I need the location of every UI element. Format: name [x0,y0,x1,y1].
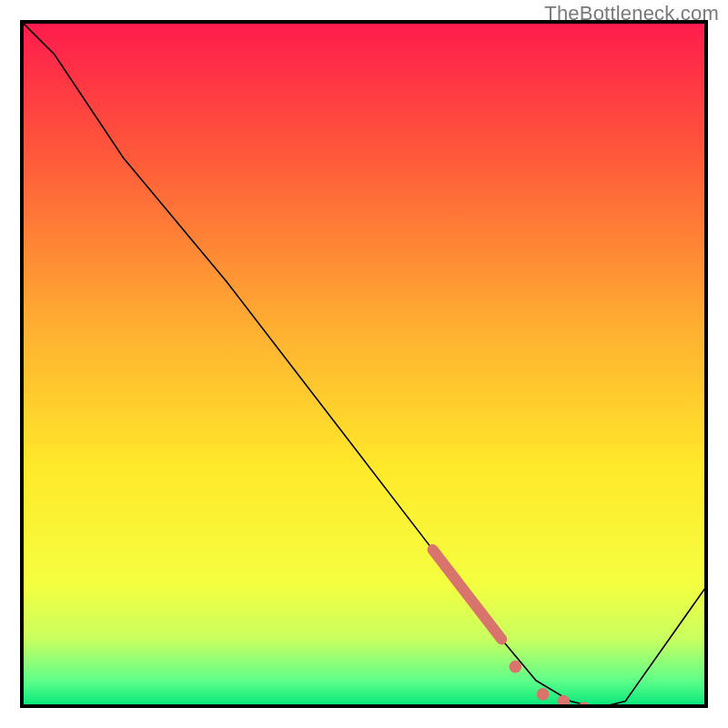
highlight-dot [510,661,522,673]
chart-container: TheBottleneck.com [0,0,728,728]
bottleneck-curve [20,20,708,708]
curve-layer [20,20,708,708]
plot-area [20,20,708,708]
highlight-dot [537,688,550,701]
highlight-segment [433,550,502,639]
highlight-dots [510,661,591,708]
watermark-text: TheBottleneck.com [544,2,719,25]
highlight-dot [557,695,570,708]
